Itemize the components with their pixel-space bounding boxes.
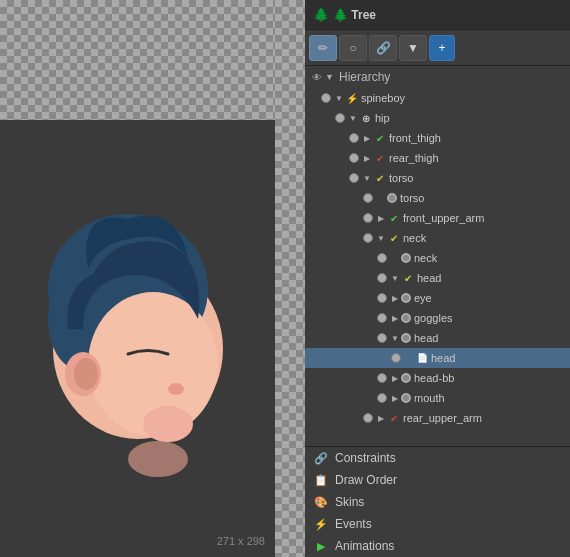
label-head-slot: head: [414, 332, 568, 344]
tree-item-neck-bone[interactable]: ▼ ✔ neck: [305, 228, 570, 248]
icon-head-bone: ✔: [401, 271, 415, 285]
icon-animations: ▶: [313, 538, 329, 554]
label-constraints: Constraints: [335, 451, 396, 465]
vis-dot-torso-slot[interactable]: [363, 193, 373, 203]
icon-events: ⚡: [313, 516, 329, 532]
canvas-panel: 271 x 298: [0, 0, 305, 557]
character-svg: [28, 189, 248, 489]
vis-dot-hip[interactable]: [335, 113, 345, 123]
label-goggles: goggles: [414, 312, 568, 324]
hierarchy-expand[interactable]: ▼: [325, 72, 339, 82]
expand-torso-bone[interactable]: ▼: [361, 172, 373, 184]
expand-head-slot[interactable]: ▼: [389, 332, 401, 344]
expand-front-upper-arm[interactable]: ▶: [375, 212, 387, 224]
icon-goggles: [401, 313, 411, 323]
tree-item-spineboy[interactable]: ▼ ⚡ spineboy: [305, 88, 570, 108]
tree-item-hip[interactable]: ▼ ⊕ hip: [305, 108, 570, 128]
tree-item-goggles[interactable]: ▶ goggles: [305, 308, 570, 328]
icon-head-bb: [401, 373, 411, 383]
icon-constraints: 🔗: [313, 450, 329, 466]
label-torso-bone: torso: [389, 172, 568, 184]
bottom-item-skins[interactable]: 🎨 Skins: [305, 491, 570, 513]
icon-head-img: 📄: [415, 351, 429, 365]
vis-dot-neck-bone[interactable]: [363, 233, 373, 243]
tree-item-head-slot[interactable]: ▼ head: [305, 328, 570, 348]
expand-neck-bone[interactable]: ▼: [375, 232, 387, 244]
icon-head-slot: [401, 333, 411, 343]
label-head-bone: head: [417, 272, 568, 284]
expand-mouth[interactable]: ▶: [389, 392, 401, 404]
icon-draw-order: 📋: [313, 472, 329, 488]
bottom-item-animations[interactable]: ▶ Animations: [305, 535, 570, 557]
bottom-item-constraints[interactable]: 🔗 Constraints: [305, 447, 570, 469]
tree-item-head-bone[interactable]: ▼ ✔ head: [305, 268, 570, 288]
expand-hip[interactable]: ▼: [347, 112, 359, 124]
label-torso-slot: torso: [400, 192, 568, 204]
expand-front-thigh[interactable]: ▶: [361, 132, 373, 144]
toolbar-filter-btn[interactable]: ▼: [399, 35, 427, 61]
icon-neck-bone: ✔: [387, 231, 401, 245]
hierarchy-vis-btn[interactable]: 👁: [309, 72, 325, 83]
vis-dot-front-upper-arm[interactable]: [363, 213, 373, 223]
svg-point-8: [168, 383, 184, 395]
vis-dot-neck-slot[interactable]: [377, 253, 387, 263]
expand-head-bb[interactable]: ▶: [389, 372, 401, 384]
tree-item-neck-slot[interactable]: ▶ neck: [305, 248, 570, 268]
vis-dot-goggles[interactable]: [377, 313, 387, 323]
expand-rear-thigh[interactable]: ▶: [361, 152, 373, 164]
tree-item-mouth[interactable]: ▶ mouth: [305, 388, 570, 408]
tree-item-head-bb[interactable]: ▶ head-bb: [305, 368, 570, 388]
icon-torso-slot: [387, 193, 397, 203]
expand-head-bone[interactable]: ▼: [389, 272, 401, 284]
expand-goggles[interactable]: ▶: [389, 312, 401, 324]
label-neck-bone: neck: [403, 232, 568, 244]
icon-front-thigh: ✔: [373, 131, 387, 145]
tree-item-rear-upper-arm[interactable]: ▶ ✔ rear_upper_arm: [305, 408, 570, 428]
vis-dot-head-img[interactable]: [391, 353, 401, 363]
icon-torso-bone: ✔: [373, 171, 387, 185]
bottom-item-draw-order[interactable]: 📋 Draw Order: [305, 469, 570, 491]
vis-dot-mouth[interactable]: [377, 393, 387, 403]
toolbar-circle-btn[interactable]: ○: [339, 35, 367, 61]
icon-skins: 🎨: [313, 494, 329, 510]
vis-dot-front-thigh[interactable]: [349, 133, 359, 143]
vis-dot-torso-bone[interactable]: [349, 173, 359, 183]
icon-front-upper-arm: ✔: [387, 211, 401, 225]
label-neck-slot: neck: [414, 252, 568, 264]
label-animations: Animations: [335, 539, 394, 553]
expand-eye[interactable]: ▶: [389, 292, 401, 304]
vis-dot-rear-upper-arm[interactable]: [363, 413, 373, 423]
bottom-item-events[interactable]: ⚡ Events: [305, 513, 570, 535]
tree-item-front-thigh[interactable]: ▶ ✔ front_thigh: [305, 128, 570, 148]
tree-item-head-img[interactable]: ▶ 📄 head: [305, 348, 570, 368]
canvas-checkered-right: [275, 0, 305, 557]
label-head-img: head: [431, 352, 568, 364]
canvas-checkered-top: [0, 0, 305, 120]
svg-point-0: [128, 441, 188, 477]
tree-item-torso-bone[interactable]: ▼ ✔ torso: [305, 168, 570, 188]
label-head-bb: head-bb: [414, 372, 568, 384]
vis-dot-head-slot[interactable]: [377, 333, 387, 343]
vis-dot-head-bb[interactable]: [377, 373, 387, 383]
icon-spineboy: ⚡: [345, 91, 359, 105]
tree-item-eye[interactable]: ▶ eye: [305, 288, 570, 308]
label-events: Events: [335, 517, 372, 531]
canvas-dark: [0, 120, 275, 557]
tree-item-torso-slot[interactable]: ▶ torso: [305, 188, 570, 208]
tree-panel: 🌲 🌲 Tree ✏ ○ 🔗 ▼ + 👁 ▼ Hierarchy ▼ ⚡ spi…: [305, 0, 570, 557]
tree-item-front-upper-arm[interactable]: ▶ ✔ front_upper_arm: [305, 208, 570, 228]
toolbar-edit-btn[interactable]: ✏: [309, 35, 337, 61]
expand-spineboy[interactable]: ▼: [333, 92, 345, 104]
vis-dot-eye[interactable]: [377, 293, 387, 303]
tree-icon: 🌲: [313, 7, 329, 22]
tree-content[interactable]: 👁 ▼ Hierarchy ▼ ⚡ spineboy ▼ ⊕ hip ▶ ✔ f…: [305, 66, 570, 446]
toolbar-add-btn[interactable]: +: [429, 35, 455, 61]
tree-item-rear-thigh[interactable]: ▶ ✔ rear_thigh: [305, 148, 570, 168]
label-rear-thigh: rear_thigh: [389, 152, 568, 164]
vis-dot-head-bone[interactable]: [377, 273, 387, 283]
expand-rear-upper-arm[interactable]: ▶: [375, 412, 387, 424]
vis-dot-rear-thigh[interactable]: [349, 153, 359, 163]
label-front-upper-arm: front_upper_arm: [403, 212, 568, 224]
vis-dot-spineboy[interactable]: [321, 93, 331, 103]
toolbar-link-btn[interactable]: 🔗: [369, 35, 397, 61]
